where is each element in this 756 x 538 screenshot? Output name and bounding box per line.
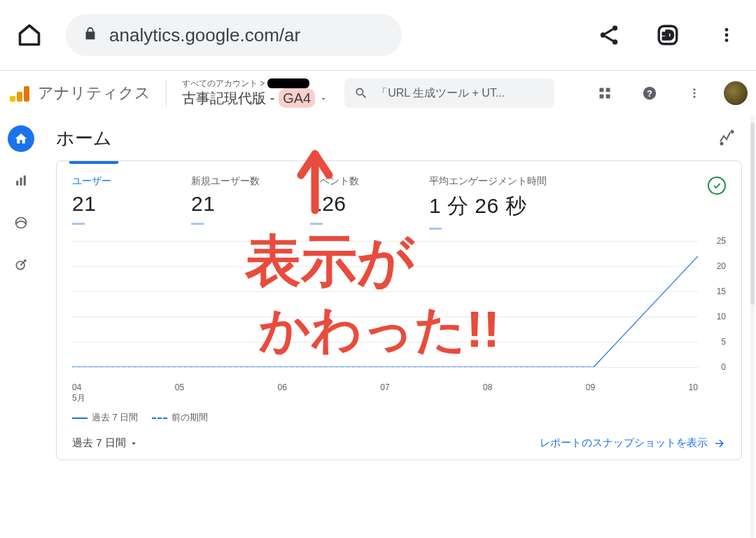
- svg-point-14: [694, 88, 696, 90]
- search-icon: [354, 86, 368, 100]
- dots-vertical-icon: [688, 87, 701, 99]
- sparkline-icon: [718, 130, 735, 146]
- x-tick-label: 05: [175, 382, 184, 392]
- x-tick-label: 09: [586, 382, 595, 392]
- extension-icon: :D: [656, 23, 680, 47]
- browser-home-button[interactable]: [14, 20, 45, 50]
- svg-point-5: [725, 28, 729, 32]
- apps-button[interactable]: [589, 78, 620, 109]
- x-tick-label: 10: [689, 382, 698, 392]
- lock-icon: [83, 25, 98, 46]
- main-content: ホーム ユーザー 21 新規ユーザー数 21 イベント数: [42, 116, 756, 538]
- extension-button[interactable]: :D: [652, 20, 683, 50]
- metric-value: 1 分 26 秒: [429, 192, 590, 221]
- svg-point-22: [732, 131, 734, 133]
- svg-rect-11: [606, 95, 610, 99]
- x-tick-label: 06: [278, 382, 287, 392]
- browser-menu-button[interactable]: [711, 20, 742, 50]
- divider: [166, 79, 167, 107]
- svg-point-2: [612, 39, 617, 44]
- app-name: アナリティクス: [38, 83, 150, 104]
- nav-reports[interactable]: [8, 167, 34, 194]
- nav-explore[interactable]: [8, 209, 34, 236]
- search-placeholder-text: 「URL 生成ツール + UT...: [377, 86, 505, 101]
- svg-point-6: [725, 34, 729, 37]
- svg-rect-18: [20, 178, 22, 186]
- property-name-part2: GA4: [279, 88, 315, 108]
- svg-point-16: [694, 96, 696, 98]
- chart-legend: 過去 7 日間 前の期間: [57, 404, 741, 431]
- y-tick-label: 20: [717, 261, 726, 271]
- svg-point-1: [601, 32, 606, 37]
- page-title: ホーム: [56, 126, 112, 151]
- share-button[interactable]: [594, 20, 624, 50]
- legend-current: 過去 7 日間: [72, 411, 138, 424]
- y-tick-label: 5: [721, 337, 726, 347]
- search-input[interactable]: 「URL 生成ツール + UT...: [344, 78, 554, 108]
- accounts-prefix: すべてのアカウント >: [182, 78, 265, 88]
- metric-users[interactable]: ユーザー 21: [72, 175, 184, 225]
- svg-rect-19: [24, 176, 26, 186]
- x-axis-sublabel: 5月: [72, 392, 726, 404]
- metric-engagement-time[interactable]: 平均エンゲージメント時間 1 分 26 秒: [429, 175, 590, 230]
- help-button[interactable]: ?: [634, 78, 665, 109]
- redacted-text: [267, 78, 309, 88]
- apps-grid-icon: [598, 86, 612, 100]
- x-tick-label: 07: [380, 382, 389, 392]
- app-menu-button[interactable]: [679, 78, 710, 109]
- property-selector[interactable]: すべてのアカウント > 古事記現代版 - GA4: [182, 78, 328, 108]
- bar-chart-icon: [15, 174, 27, 187]
- metric-new-users[interactable]: 新規ユーザー数 21: [191, 175, 303, 225]
- overview-card: ユーザー 21 新規ユーザー数 21 イベント数 126 平均エンゲージメント時…: [56, 160, 742, 460]
- home-icon: [17, 22, 42, 48]
- metric-events[interactable]: イベント数 126: [310, 175, 422, 225]
- svg-rect-9: [606, 88, 610, 92]
- metric-value: 21: [72, 192, 184, 216]
- metric-value: 21: [191, 192, 303, 216]
- scrollbar[interactable]: [750, 116, 755, 538]
- explore-icon: [14, 216, 28, 230]
- chevron-down-icon: [319, 95, 328, 103]
- svg-rect-17: [16, 181, 18, 186]
- metric-label: 新規ユーザー数: [191, 175, 303, 188]
- scrollbar-thumb[interactable]: [750, 123, 755, 305]
- svg-point-15: [694, 92, 696, 95]
- insights-button[interactable]: [711, 123, 742, 153]
- property-name-part1: 古事記現代版 -: [182, 90, 274, 106]
- svg-rect-8: [600, 88, 604, 92]
- svg-text:?: ?: [647, 88, 652, 99]
- nav-home[interactable]: [8, 125, 34, 152]
- snapshot-link[interactable]: レポートのスナップショットを表示: [540, 436, 726, 450]
- svg-point-7: [725, 39, 729, 42]
- y-tick-label: 10: [717, 312, 726, 322]
- home-icon: [14, 132, 28, 146]
- app-body: ホーム ユーザー 21 新規ユーザー数 21 イベント数: [0, 116, 756, 538]
- status-ok-icon: [708, 177, 726, 195]
- url-bar[interactable]: analytics.google.com/ar: [66, 14, 402, 56]
- x-tick-label: 04: [72, 382, 81, 392]
- arrow-right-icon: [713, 437, 726, 450]
- chevron-down-icon: [129, 439, 139, 448]
- x-tick-label: 08: [483, 382, 492, 392]
- analytics-logo-icon: [8, 83, 28, 103]
- metric-label: ユーザー: [72, 175, 184, 188]
- metric-label: 平均エンゲージメント時間: [429, 175, 590, 188]
- browser-toolbar: analytics.google.com/ar :D: [0, 0, 756, 70]
- y-tick-label: 25: [717, 236, 726, 246]
- nav-advertising[interactable]: [8, 251, 34, 278]
- y-tick-label: 15: [717, 287, 726, 296]
- svg-text::D: :D: [662, 29, 673, 41]
- metric-value: 126: [310, 192, 422, 216]
- chart: 0510152025 04050607080910 5月: [57, 235, 741, 404]
- card-footer: 過去 7 日間 レポートのスナップショットを表示: [57, 431, 741, 460]
- legend-previous: 前の期間: [152, 411, 208, 424]
- side-rail: [0, 116, 42, 538]
- target-icon: [14, 258, 28, 272]
- share-icon: [597, 23, 621, 47]
- dots-vertical-icon: [718, 26, 736, 44]
- date-range-selector[interactable]: 過去 7 日間: [72, 436, 139, 450]
- svg-point-0: [612, 25, 617, 30]
- app-header: アナリティクス すべてのアカウント > 古事記現代版 - GA4 「URL 生成…: [0, 71, 756, 116]
- y-tick-label: 0: [721, 362, 726, 372]
- avatar[interactable]: [724, 81, 748, 105]
